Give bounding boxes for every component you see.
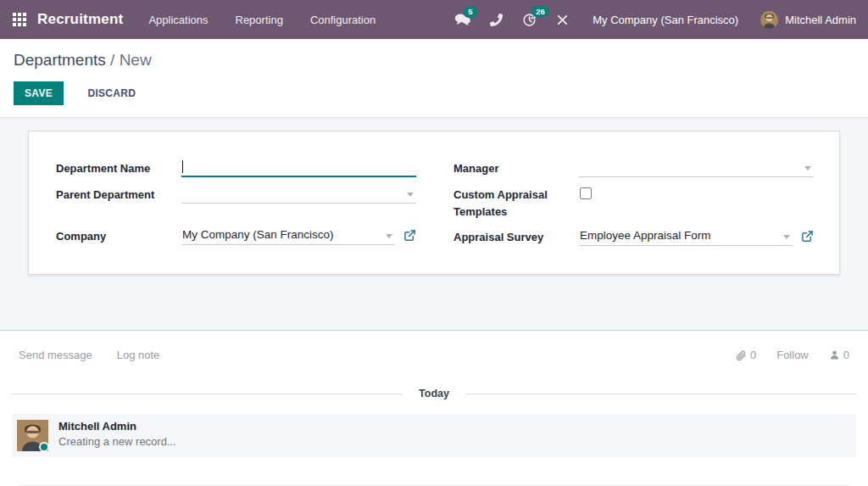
menu-configuration[interactable]: Configuration: [297, 0, 389, 39]
menu-reporting[interactable]: Reporting: [222, 0, 297, 39]
online-status-dot: [39, 442, 49, 452]
breadcrumb: Departments / New: [14, 51, 868, 70]
top-navbar: Recruitment Applications Reporting Confi…: [0, 0, 868, 39]
message-author: Mitchell Admin: [58, 420, 176, 433]
chatter-message[interactable]: Mitchell Admin Creating a new record...: [12, 414, 856, 457]
calls-button[interactable]: [490, 14, 503, 26]
form-right-column: Manager Custom Appraisal Templates: [453, 158, 814, 253]
activities-badge: 26: [531, 6, 549, 18]
user-avatar: [760, 11, 778, 29]
follower-person-icon: [829, 349, 843, 360]
discard-button[interactable]: DISCARD: [79, 81, 144, 105]
attachments-button[interactable]: 0: [735, 349, 756, 361]
appraisal-survey-input[interactable]: Employee Appraisal Form: [579, 226, 793, 246]
company-input[interactable]: My Company (San Francisco): [181, 226, 395, 245]
form-view-background: Department Name Parent Department: [0, 118, 868, 331]
app-title[interactable]: Recruitment: [37, 11, 123, 28]
form-sheet: Department Name Parent Department: [28, 131, 840, 275]
tools-button[interactable]: [556, 14, 569, 26]
main-menus: Applications Reporting Configuration: [135, 0, 389, 39]
followers-button[interactable]: 0: [829, 349, 849, 361]
paperclip-icon: [735, 349, 750, 361]
control-panel: Departments / New SAVE DISCARD: [0, 39, 868, 118]
chatter-actions: 0 Follow 0: [715, 349, 849, 361]
appraisal-survey-external-link-icon[interactable]: [801, 230, 814, 243]
log-note-button[interactable]: Log note: [117, 349, 160, 361]
messages-badge: 5: [464, 6, 476, 18]
parent-department-input[interactable]: [181, 184, 416, 204]
company-label: Company: [56, 226, 181, 245]
breadcrumb-separator: /: [106, 51, 120, 69]
department-name-label: Department Name: [56, 158, 181, 177]
save-button[interactable]: SAVE: [14, 81, 64, 105]
menu-applications[interactable]: Applications: [135, 0, 221, 39]
manager-input[interactable]: [579, 158, 814, 177]
message-content: Mitchell Admin Creating a new record...: [58, 417, 176, 454]
custom-appraisal-templates-label: Custom Appraisal Templates: [453, 184, 579, 220]
messages-button[interactable]: 5: [454, 13, 470, 26]
activities-button[interactable]: 26: [522, 13, 537, 27]
follower-count: 0: [843, 349, 849, 361]
navbar-systray: 5 26: [435, 11, 856, 29]
company-switcher[interactable]: My Company (San Francisco): [593, 14, 738, 26]
chevron-down-icon[interactable]: [386, 234, 392, 238]
phone-icon: [490, 14, 503, 26]
department-name-input[interactable]: [181, 158, 416, 177]
message-body: Creating a new record...: [58, 435, 176, 448]
date-divider-label: Today: [402, 388, 466, 399]
chevron-down-icon[interactable]: [804, 166, 811, 170]
chevron-down-icon[interactable]: [407, 193, 414, 197]
company-external-link-icon[interactable]: [403, 229, 416, 242]
divider-line: [466, 394, 856, 394]
manager-label: Manager: [453, 158, 579, 177]
send-message-button[interactable]: Send message: [19, 349, 92, 361]
parent-department-label: Parent Department: [56, 184, 181, 204]
breadcrumb-current: New: [120, 51, 152, 69]
custom-appraisal-templates-checkbox[interactable]: [580, 187, 592, 199]
chevron-down-icon[interactable]: [783, 235, 790, 239]
crossed-tools-icon: [556, 14, 569, 26]
user-menu[interactable]: Mitchell Admin: [760, 11, 856, 29]
follow-button[interactable]: Follow: [776, 349, 809, 361]
user-name: Mitchell Admin: [785, 14, 856, 26]
chatter-toolbar: Send message Log note 0 Follow: [19, 349, 849, 361]
breadcrumb-departments[interactable]: Departments: [14, 51, 106, 69]
apps-menu-icon[interactable]: [13, 13, 26, 26]
date-divider: Today: [12, 388, 856, 399]
divider-line: [12, 394, 402, 394]
message-avatar-wrap: [17, 420, 48, 451]
attachment-count: 0: [750, 349, 756, 361]
button-row: SAVE DISCARD: [14, 81, 868, 105]
appraisal-survey-label: Appraisal Survey: [453, 226, 579, 246]
text-cursor: [182, 160, 183, 173]
form-left-column: Department Name Parent Department: [56, 158, 416, 253]
follow-label: Follow: [776, 349, 809, 361]
chatter: Send message Log note 0 Follow: [0, 331, 868, 486]
